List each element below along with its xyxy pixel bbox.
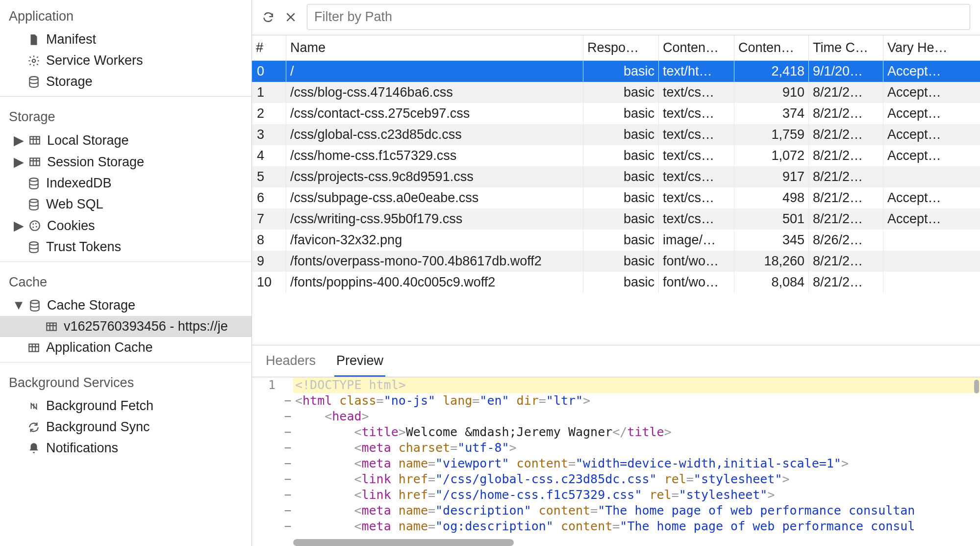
tab-preview[interactable]: Preview	[334, 345, 385, 377]
code-line[interactable]: − <head>	[252, 409, 980, 424]
chevron-right-icon[interactable]: ▶	[15, 154, 23, 170]
sidebar-item-local-storage[interactable]: ▶Local Storage	[0, 130, 251, 151]
sidebar-item-trust-tokens[interactable]: Trust Tokens	[0, 236, 251, 258]
fold-toggle	[282, 377, 293, 393]
sidebar-item-background-fetch[interactable]: Background Fetch	[0, 395, 251, 416]
table-row[interactable]: 8/favicon-32x32.pngbasicimage/…3458/26/2…	[252, 230, 980, 251]
main-panel: #NameRespo…Conten…Conten…Time C…Vary He……	[252, 0, 980, 546]
cell-content-length: 910	[734, 82, 809, 103]
sidebar-item-label: Background Sync	[46, 419, 150, 435]
sidebar-item-indexeddb[interactable]: IndexedDB	[0, 173, 251, 194]
sidebar-item-cache-entry[interactable]: v1625760393456 - https://je	[0, 316, 251, 337]
cell-time-cached: 8/21/2…	[809, 124, 883, 145]
column-header[interactable]: #	[252, 35, 286, 60]
cell-vary-header: Accept…	[883, 208, 972, 230]
sync-icon	[27, 421, 40, 434]
table-row[interactable]: 9/fonts/overpass-mono-700.4b8617db.woff2…	[252, 251, 980, 272]
refresh-button[interactable]	[262, 11, 275, 24]
code-line[interactable]: 1<!DOCTYPE html>	[252, 377, 980, 393]
chevron-right-icon[interactable]: ▶	[15, 218, 23, 234]
tab-headers[interactable]: Headers	[264, 345, 318, 377]
line-number	[252, 519, 282, 534]
column-header[interactable]: Conten…	[659, 35, 734, 60]
code-line[interactable]: − <meta name="viewport" content="width=d…	[252, 456, 980, 471]
cookie-icon	[28, 219, 41, 232]
fold-toggle[interactable]: −	[282, 456, 293, 471]
sidebar-item-session-storage[interactable]: ▶Session Storage	[0, 151, 251, 173]
cell-index: 6	[252, 187, 286, 208]
cell-vary-header: Accept…	[883, 61, 972, 82]
table-row[interactable]: 1/css/blog-css.47146ba6.cssbasictext/cs……	[252, 82, 980, 103]
fold-toggle[interactable]: −	[282, 471, 293, 487]
cell-name: /css/global-css.c23d85dc.css	[286, 124, 583, 145]
sidebar-item-service-workers[interactable]: Service Workers	[0, 50, 251, 71]
cell-response-type: basic	[583, 103, 659, 124]
svg-point-4	[29, 178, 38, 182]
sidebar-item-notifications[interactable]: Notifications	[0, 438, 251, 459]
sidebar-item-manifest[interactable]: Manifest	[0, 29, 251, 50]
column-header[interactable]: Time C…	[809, 35, 883, 60]
cell-time-cached: 8/21/2…	[809, 187, 883, 208]
line-number: 1	[252, 377, 282, 393]
code-line[interactable]: − <link href="/css/global-css.c23d85dc.c…	[252, 471, 980, 487]
cell-response-type: basic	[583, 145, 659, 166]
chevron-down-icon[interactable]: ▼	[15, 298, 23, 313]
table-row[interactable]: 5/css/projects-css.9c8d9591.cssbasictext…	[252, 166, 980, 187]
cell-content-length: 501	[734, 208, 809, 230]
svg-rect-2	[30, 136, 40, 144]
cell-vary-header	[883, 272, 972, 293]
cell-time-cached: 8/26/2…	[809, 230, 883, 251]
table-row[interactable]: 0/basictext/ht…2,4189/1/20…Accept…	[252, 61, 980, 82]
cell-index: 1	[252, 82, 286, 103]
cell-content-length: 917	[734, 166, 809, 187]
fold-toggle[interactable]: −	[282, 487, 293, 503]
horizontal-scrollbar[interactable]	[293, 539, 514, 546]
sidebar-item-cache-storage[interactable]: ▼Cache Storage	[0, 295, 251, 316]
file-icon	[27, 33, 40, 46]
preview-code[interactable]: 1<!DOCTYPE html>−<html class="no-js" lan…	[252, 377, 980, 546]
sidebar-item-label: Cookies	[47, 218, 95, 234]
code-line[interactable]: − <meta name="description" content="The …	[252, 503, 980, 519]
fold-toggle[interactable]: −	[282, 519, 293, 534]
chevron-right-icon[interactable]: ▶	[15, 132, 23, 148]
code-line[interactable]: − <meta name="og:description" content="T…	[252, 519, 980, 534]
detail-tabs: HeadersPreview	[252, 345, 980, 377]
fold-toggle[interactable]: −	[282, 409, 293, 424]
table-row[interactable]: 3/css/global-css.c23d85dc.cssbasictext/c…	[252, 124, 980, 145]
sidebar-item-web-sql[interactable]: Web SQL	[0, 194, 251, 215]
fold-toggle[interactable]: −	[282, 503, 293, 519]
code-line[interactable]: − <meta charset="utf-8">	[252, 440, 980, 456]
line-number	[252, 487, 282, 503]
sidebar-item-label: IndexedDB	[46, 176, 112, 191]
sidebar-item-storage[interactable]: Storage	[0, 71, 251, 92]
table-icon	[45, 320, 58, 333]
sidebar-section-title: Background Services	[0, 370, 251, 395]
code-line[interactable]: − <title>Welcome &mdash;Jeremy Wagner</t…	[252, 424, 980, 440]
fold-toggle[interactable]: −	[282, 440, 293, 456]
delete-button[interactable]	[284, 11, 297, 24]
column-header[interactable]: Vary He…	[883, 35, 972, 60]
sidebar-item-application-cache[interactable]: Application Cache	[0, 337, 251, 358]
sidebar-item-background-sync[interactable]: Background Sync	[0, 416, 251, 438]
filter-input[interactable]	[307, 4, 970, 30]
db-icon	[27, 241, 40, 254]
table-row[interactable]: 6/css/subpage-css.a0e0eabe.cssbasictext/…	[252, 187, 980, 208]
sidebar-item-label: Web SQL	[46, 197, 103, 212]
table-row[interactable]: 2/css/contact-css.275ceb97.cssbasictext/…	[252, 103, 980, 124]
code-line[interactable]: −<html class="no-js" lang="en" dir="ltr"…	[252, 393, 980, 409]
column-header[interactable]: Conten…	[734, 35, 809, 60]
column-header[interactable]: Respo…	[583, 35, 659, 60]
code-line[interactable]: − <link href="/css/home-css.f1c57329.css…	[252, 487, 980, 503]
cell-index: 7	[252, 208, 286, 230]
fold-toggle[interactable]: −	[282, 393, 293, 409]
table-row[interactable]: 10/fonts/poppins-400.40c005c9.woff2basic…	[252, 272, 980, 293]
cell-name: /	[286, 61, 583, 82]
vertical-scrollbar[interactable]	[974, 380, 979, 393]
table-row[interactable]: 7/css/writing-css.95b0f179.cssbasictext/…	[252, 208, 980, 230]
code-content: <meta name="viewport" content="width=dev…	[293, 456, 980, 471]
column-header[interactable]: Name	[286, 35, 583, 60]
gear-icon	[27, 54, 40, 67]
fold-toggle[interactable]: −	[282, 424, 293, 440]
table-row[interactable]: 4/css/home-css.f1c57329.cssbasictext/cs……	[252, 145, 980, 166]
sidebar-item-cookies[interactable]: ▶Cookies	[0, 215, 251, 236]
